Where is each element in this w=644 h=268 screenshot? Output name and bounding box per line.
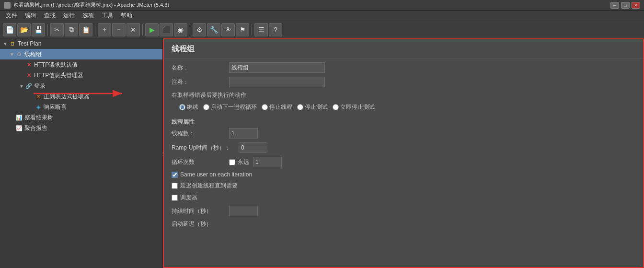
shutdown-button[interactable]: ◉ (174, 23, 187, 36)
run-button[interactable]: ▶ (145, 23, 159, 36)
tree-item-login[interactable]: ▼ 🔗 登录 (0, 81, 162, 91)
radio-stop-thread[interactable]: 停止线程 (262, 103, 292, 111)
comment-input[interactable] (229, 77, 325, 87)
content-panel: 线程组 名称： 注释： 在取样器错误后要执行的动作 继续 (163, 38, 644, 268)
open-button[interactable]: 📂 (17, 23, 31, 36)
clear-button[interactable]: ✕ (126, 23, 140, 36)
minimize-button[interactable]: ─ (610, 2, 619, 9)
radio-stop-test[interactable]: 停止测试 (297, 103, 328, 111)
response-label: 响应断言 (44, 103, 67, 111)
cut-button[interactable]: ✂ (50, 23, 64, 36)
radio-stop-now-input[interactable] (333, 104, 339, 110)
login-label: 登录 (34, 82, 46, 90)
name-input[interactable] (229, 62, 325, 73)
close-button[interactable]: ✕ (632, 2, 640, 9)
toggle-regex (28, 94, 34, 99)
menu-help[interactable]: 帮助 (117, 11, 136, 21)
tools-btn2[interactable]: 👁 (221, 23, 235, 36)
tree-item-httpheader[interactable]: ✕ HTTP信息头管理器 (0, 70, 162, 81)
radio-stop-now-label: 立即停止测试 (340, 103, 375, 111)
menu-tools[interactable]: 工具 (98, 11, 117, 21)
same-user-checkbox[interactable] (172, 172, 178, 178)
tools-btn3[interactable]: ⚑ (236, 23, 249, 36)
delay-create-label: 延迟创建线程直到需要 (180, 182, 238, 190)
remove-button[interactable]: － (112, 23, 126, 36)
delay-create-checkbox[interactable] (172, 183, 178, 189)
sep2 (95, 24, 95, 35)
toggle-threadgroup[interactable]: ▼ (9, 52, 15, 57)
forever-checkbox-label[interactable]: 永远 (229, 158, 249, 166)
result-icon: 📊 (15, 114, 23, 121)
tree-item-regex[interactable]: ⊛ 正则表达式提取器 (0, 91, 162, 102)
loop-count-input[interactable] (253, 157, 282, 167)
start-delay-label: 启动延迟（秒） (172, 220, 229, 228)
duration-input[interactable] (229, 206, 258, 216)
save-button[interactable]: 💾 (32, 23, 45, 36)
menu-edit[interactable]: 编辑 (21, 11, 40, 21)
tree-item-threadgroup[interactable]: ▼ ⚙ 线程组 (0, 49, 162, 59)
toggle-testplan[interactable]: ▼ (2, 41, 9, 47)
new-button[interactable]: 📄 (3, 23, 16, 36)
radio-stop-test-input[interactable] (297, 104, 303, 110)
comment-row: 注释： (172, 77, 635, 87)
toggle-httpheader (18, 73, 25, 78)
tree-item-httpdefault[interactable]: ✕ HTTP请求默认值 (0, 59, 162, 70)
form-section: 名称： 注释： 在取样器错误后要执行的动作 继续 (164, 58, 643, 236)
forever-checkbox[interactable] (229, 159, 235, 165)
tree-item-result[interactable]: 📊 察看结果树 (0, 112, 162, 123)
httpdefault-icon: ✕ (25, 61, 33, 69)
title-bar-left: 察看结果树.jmx (F:\jmeter\察看结果树.jmx) - Apache… (4, 1, 169, 9)
start-delay-row: 启动延迟（秒） (172, 220, 635, 228)
menu-options[interactable]: 选项 (79, 11, 98, 21)
menu-find[interactable]: 查找 (40, 11, 59, 21)
testplan-label: Test Plan (18, 40, 41, 47)
menu-bar: 文件 编辑 查找 运行 选项 工具 帮助 (0, 11, 644, 21)
tree-item-aggregate[interactable]: 📈 聚合报告 (0, 123, 162, 133)
duration-row: 持续时间（秒） (172, 206, 635, 216)
thread-count-label: 线程数： (172, 129, 229, 138)
same-user-checkbox-label[interactable]: Same user on each iteration (172, 171, 252, 178)
menu-run[interactable]: 运行 (59, 11, 79, 21)
thread-count-row: 线程数： (172, 128, 635, 139)
toolbar: 📄 📂 💾 ✂ ⧉ 📋 ＋ － ✕ ▶ ⬛ ◉ ⚙ 🔧 👁 ⚑ ☰ ? (0, 21, 644, 38)
panel-title: 线程组 (164, 39, 643, 58)
same-user-label: Same user on each iteration (180, 171, 252, 178)
rampup-row: Ramp-Up时间（秒）： (172, 142, 635, 153)
regex-icon: ⊛ (34, 93, 42, 100)
rampup-input[interactable] (239, 142, 267, 153)
copy-button[interactable]: ⧉ (65, 23, 78, 36)
action-label-row: 在取样器错误后要执行的动作 (172, 91, 635, 99)
scheduler-checkbox[interactable] (172, 195, 178, 201)
remote-run-button[interactable]: ⚙ (193, 23, 206, 36)
radio-row: 继续 启动下一进程循环 停止线程 停止测试 (179, 103, 635, 111)
radio-continue-input[interactable] (179, 104, 185, 110)
name-row: 名称： (172, 62, 635, 73)
list-button[interactable]: ☰ (254, 23, 268, 36)
comment-label: 注释： (172, 78, 229, 86)
maximize-button[interactable]: □ (621, 2, 630, 9)
duration-label: 持续时间（秒） (172, 207, 229, 215)
tools-btn1[interactable]: 🔧 (207, 23, 220, 36)
httpheader-icon: ✕ (25, 71, 33, 79)
scheduler-checkbox-label[interactable]: 调度器 (172, 194, 197, 202)
stop-button[interactable]: ⬛ (160, 23, 173, 36)
radio-continue[interactable]: 继续 (179, 103, 198, 111)
add-button[interactable]: ＋ (98, 23, 111, 36)
sep3 (142, 24, 143, 35)
thread-count-input[interactable] (229, 128, 258, 139)
menu-file[interactable]: 文件 (2, 11, 21, 21)
help-button[interactable]: ? (269, 23, 282, 36)
radio-next-loop[interactable]: 启动下一进程循环 (203, 103, 257, 111)
tree-item-response[interactable]: ◈ 响应断言 (0, 102, 162, 112)
radio-stop-thread-input[interactable] (262, 104, 268, 110)
radio-stop-now[interactable]: 立即停止测试 (333, 103, 375, 111)
radio-next-loop-input[interactable] (203, 104, 209, 110)
window-controls: ─ □ ✕ (610, 2, 640, 9)
tree-item-testplan[interactable]: ▼ 🗒 Test Plan (0, 38, 162, 49)
paste-button[interactable]: 📋 (79, 23, 92, 36)
aggregate-icon: 📈 (15, 124, 23, 132)
toggle-login[interactable]: ▼ (18, 83, 25, 89)
radio-stop-test-label: 停止测试 (305, 103, 328, 111)
sep1 (47, 24, 48, 35)
delay-create-checkbox-label[interactable]: 延迟创建线程直到需要 (172, 182, 238, 190)
